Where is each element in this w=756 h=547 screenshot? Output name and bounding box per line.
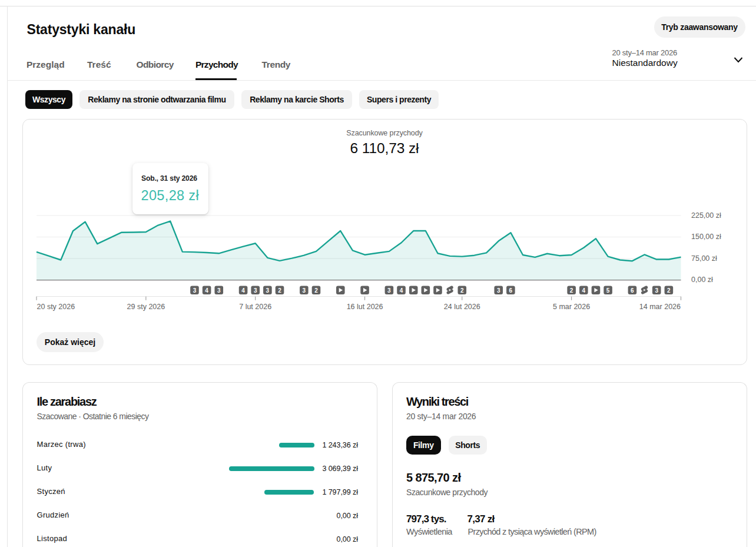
svg-text:3: 3 [193,287,197,294]
svg-text:4: 4 [582,287,586,294]
svg-text:2: 2 [667,287,671,294]
svg-text:4: 4 [205,287,208,294]
svg-text:3: 3 [266,287,270,294]
svg-text:3: 3 [254,287,257,294]
svg-text:6: 6 [631,287,634,294]
svg-text:3: 3 [655,287,658,294]
svg-text:3: 3 [497,287,500,294]
svg-text:5: 5 [606,287,610,294]
svg-text:3: 3 [217,287,221,294]
svg-text:2: 2 [278,287,281,294]
svg-text:3: 3 [303,287,306,294]
svg-text:2: 2 [314,287,318,294]
svg-text:2: 2 [570,287,573,294]
svg-text:6: 6 [509,287,513,294]
svg-text:4: 4 [241,287,245,294]
svg-text:3: 3 [387,287,391,294]
svg-text:4: 4 [400,287,403,294]
svg-text:2: 2 [460,287,464,294]
